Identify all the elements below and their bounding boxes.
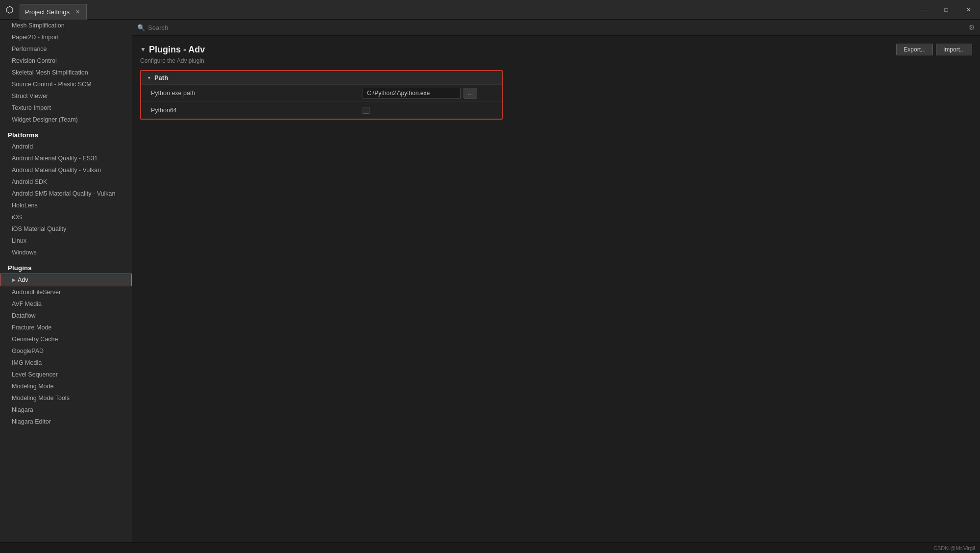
path-block-header: ▼ Path xyxy=(141,71,502,85)
sidebar-item-geometry-cache[interactable]: Geometry Cache xyxy=(0,333,132,345)
window-controls: — □ ✕ xyxy=(912,0,980,20)
path-block-header-label: Path xyxy=(154,74,168,81)
sidebar-item-android[interactable]: Android xyxy=(0,141,132,152)
sidebar-item-hololens[interactable]: HoloLens xyxy=(0,200,132,211)
python64-checkbox[interactable] xyxy=(363,107,369,114)
import-button[interactable]: Import... xyxy=(936,44,972,55)
content-body: ▼ Plugins - Adv Export... Import... Conf… xyxy=(132,36,980,542)
sidebar-item-struct-viewer[interactable]: Struct Viewer xyxy=(0,90,132,102)
path-collapse-arrow-icon[interactable]: ▼ xyxy=(147,75,151,80)
close-button[interactable]: ✕ xyxy=(957,0,980,20)
sidebar-item-niagara-editor[interactable]: Niagara Editor xyxy=(0,416,132,427)
project-settings-tab[interactable]: Project Settings ✕ xyxy=(20,4,87,20)
section-collapse-arrow-icon[interactable]: ▼ xyxy=(140,46,146,53)
content-area: 🔍 ⚙ ▼ Plugins - Adv Export... Import... … xyxy=(132,20,980,542)
sidebar-item-mesh-simplification[interactable]: Mesh Simplification xyxy=(0,20,132,31)
python64-row: Python64 xyxy=(141,102,502,119)
python64-label: Python64 xyxy=(147,107,363,114)
maximize-button[interactable]: □ xyxy=(935,0,957,20)
python64-value xyxy=(363,107,369,114)
section-subtitle: Configure the Adv plugin. xyxy=(140,57,972,64)
sidebar-item-skeletal-mesh-simplification[interactable]: Skeletal Mesh Simplification xyxy=(0,67,132,78)
path-settings-block: ▼ Path Python exe path ... Python64 xyxy=(140,70,503,120)
sidebar-item-android-material-vulkan[interactable]: Android Material Quality - Vulkan xyxy=(0,164,132,176)
sidebar-item-modeling-mode-tools[interactable]: Modeling Mode Tools xyxy=(0,392,132,404)
python-exe-browse-button[interactable]: ... xyxy=(464,88,477,99)
sidebar-item-fracture-mode[interactable]: Fracture Mode xyxy=(0,322,132,333)
platforms-section-header: Platforms xyxy=(0,126,132,141)
sidebar-item-dataflow[interactable]: Dataflow xyxy=(0,310,132,322)
python-exe-path-label: Python exe path xyxy=(147,90,363,97)
section-title-text: Plugins - Adv xyxy=(149,45,205,55)
sidebar-item-texture-import[interactable]: Texture Import xyxy=(0,102,132,114)
sidebar-item-performance[interactable]: Performance xyxy=(0,43,132,55)
sidebar-item-level-sequencer[interactable]: Level Sequencer xyxy=(0,369,132,380)
sidebar-item-adv[interactable]: ▶ Adv xyxy=(0,274,132,286)
titlebar: ⬡ Project Settings ✕ — □ ✕ xyxy=(0,0,980,20)
sidebar-item-avf-media[interactable]: AVF Media xyxy=(0,298,132,310)
sidebar-item-revision-control[interactable]: Revision Control xyxy=(0,55,132,67)
sidebar-item-niagara[interactable]: Niagara xyxy=(0,404,132,416)
search-icon: 🔍 xyxy=(137,24,145,31)
python-exe-path-input[interactable] xyxy=(363,88,461,99)
sidebar-item-widget-designer[interactable]: Widget Designer (Team) xyxy=(0,114,132,126)
python-exe-path-value: ... xyxy=(363,88,477,99)
sidebar: Mesh Simplification Paper2D - Import Per… xyxy=(0,20,132,542)
plugins-section-header: Plugins xyxy=(0,258,132,274)
sidebar-item-source-control[interactable]: Source Control - Plastic SCM xyxy=(0,78,132,90)
sidebar-item-android-sm5[interactable]: Android SM5 Material Quality - Vulkan xyxy=(0,188,132,200)
app-logo: ⬡ xyxy=(0,0,20,20)
tab-label: Project Settings xyxy=(25,8,70,16)
sidebar-item-googlepad[interactable]: GooglePAD xyxy=(0,345,132,357)
sidebar-item-paper2d-import[interactable]: Paper2D - Import xyxy=(0,31,132,43)
statusbar-text: CSDN @Mr.Virgil xyxy=(933,545,975,551)
search-bar: 🔍 ⚙ xyxy=(132,20,980,36)
search-settings-icon[interactable]: ⚙ xyxy=(969,24,975,31)
sidebar-item-ios[interactable]: iOS xyxy=(0,211,132,223)
search-input[interactable] xyxy=(148,24,966,31)
python-exe-path-row: Python exe path ... xyxy=(141,85,502,102)
sidebar-item-android-sdk[interactable]: Android SDK xyxy=(0,176,132,188)
sidebar-item-androidfileserver[interactable]: AndroidFileServer xyxy=(0,286,132,298)
section-title: ▼ Plugins - Adv xyxy=(140,45,205,55)
section-buttons: Export... Import... xyxy=(896,44,972,55)
sidebar-item-ios-material[interactable]: iOS Material Quality xyxy=(0,223,132,235)
sidebar-item-android-material-es31[interactable]: Android Material Quality - ES31 xyxy=(0,152,132,164)
main-layout: Mesh Simplification Paper2D - Import Per… xyxy=(0,20,980,542)
adv-arrow-icon: ▶ xyxy=(12,277,16,282)
export-button[interactable]: Export... xyxy=(896,44,933,55)
minimize-button[interactable]: — xyxy=(912,0,935,20)
sidebar-item-adv-label: Adv xyxy=(18,276,28,283)
section-title-row: ▼ Plugins - Adv Export... Import... xyxy=(140,44,972,55)
sidebar-item-img-media[interactable]: IMG Media xyxy=(0,357,132,369)
sidebar-item-modeling-mode[interactable]: Modeling Mode xyxy=(0,380,132,392)
sidebar-item-windows[interactable]: Windows xyxy=(0,247,132,258)
sidebar-item-linux[interactable]: Linux xyxy=(0,235,132,247)
tab-close-button[interactable]: ✕ xyxy=(74,8,81,16)
statusbar: CSDN @Mr.Virgil xyxy=(0,542,980,553)
